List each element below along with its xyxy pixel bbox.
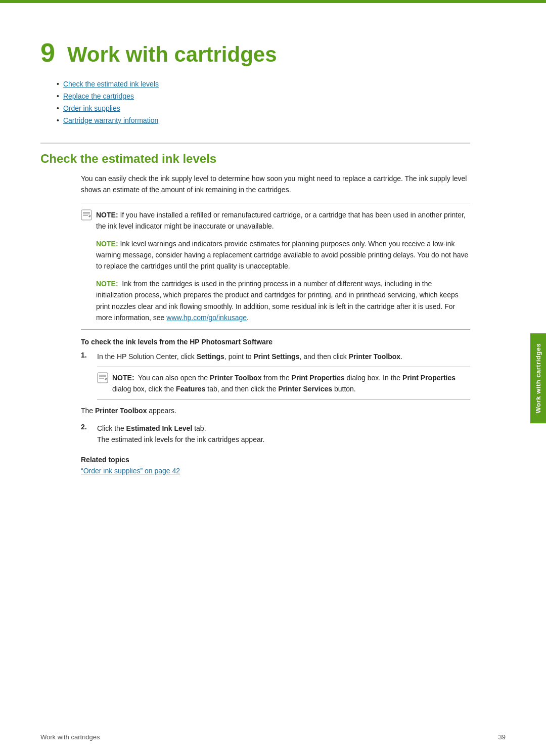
inner-note-icon [97, 372, 108, 386]
section-intro: You can easily check the ink supply leve… [81, 173, 470, 196]
step-2-number: 2. [81, 423, 90, 431]
toc-item-4: Cartridge warranty information [57, 116, 470, 124]
footer: Work with cartridges 39 [0, 733, 546, 741]
note-row-2: NOTE: Ink level warnings and indicators … [81, 238, 470, 272]
step-2: 2. Click the Estimated Ink Level tab. Th… [81, 423, 470, 446]
footer-right: 39 [498, 733, 506, 741]
step-1-after-text: The Printer Toolbox appears. [81, 405, 470, 416]
footer-left: Work with cartridges [40, 733, 100, 741]
sub-heading-check: To check the ink levels from the HP Phot… [81, 338, 470, 346]
section-check: Check the estimated ink levels You can e… [40, 143, 470, 475]
toc-link-4[interactable]: Cartridge warranty information [63, 116, 158, 124]
note-3-label: NOTE: [96, 280, 118, 288]
related-topics-link[interactable]: “Order ink supplies” on page 42 [81, 467, 180, 475]
note-1-content: NOTE: If you have installed a refilled o… [96, 209, 470, 232]
note-3-content: NOTE: Ink from the cartridges is used in… [96, 278, 470, 324]
top-bar [0, 0, 546, 3]
toc-item-2: Replace the cartridges [57, 92, 470, 100]
note-2-label: NOTE: [96, 240, 118, 248]
note-row-1: NOTE: If you have installed a refilled o… [81, 209, 470, 232]
inkusage-link[interactable]: www.hp.com/go/inkusage [166, 314, 247, 322]
step-1-content: In the HP Solution Center, click Setting… [97, 351, 470, 400]
chapter-title: Work with cartridges [67, 44, 277, 65]
step-1: 1. In the HP Solution Center, click Sett… [81, 351, 470, 400]
note-row-3: NOTE: Ink from the cartridges is used in… [81, 278, 470, 324]
chapter-number: 9 [40, 39, 55, 66]
inner-note: NOTE: You can also open the Printer Tool… [97, 367, 470, 401]
toc-link-3[interactable]: Order ink supplies [63, 104, 120, 112]
toc-list: Check the estimated ink levels Replace t… [57, 80, 470, 124]
note-icon-1 [81, 209, 92, 222]
section-heading-check: Check the estimated ink levels [40, 143, 470, 166]
inner-note-content: NOTE: You can also open the Printer Tool… [112, 372, 470, 395]
toc-link-2[interactable]: Replace the cartridges [63, 92, 134, 100]
inner-note-label: NOTE: [112, 374, 134, 382]
note-3-text: Ink from the cartridges is used in the p… [96, 280, 459, 322]
toc-item-3: Order ink supplies [57, 104, 470, 112]
note-box: NOTE: If you have installed a refilled o… [81, 203, 470, 330]
toc-link-1[interactable]: Check the estimated ink levels [63, 80, 159, 88]
related-topics-heading: Related topics [81, 456, 470, 464]
toc-item-1: Check the estimated ink levels [57, 80, 470, 88]
note-1-label: NOTE: [96, 211, 118, 219]
step-2-content: Click the Estimated Ink Level tab. The e… [97, 423, 470, 446]
page-container: 9 Work with cartridges Check the estimat… [0, 0, 511, 515]
sidebar-tab: Work with cartridges [530, 333, 546, 423]
note-2-text: Ink level warnings and indicators provid… [96, 240, 468, 271]
note-1-text: If you have installed a refilled or rema… [96, 211, 466, 230]
chapter-heading: 9 Work with cartridges [40, 24, 470, 66]
note-2-content: NOTE: Ink level warnings and indicators … [96, 238, 470, 272]
inner-note-text: You can also open the Printer Toolbox fr… [112, 374, 456, 393]
step-1-number: 1. [81, 351, 90, 359]
